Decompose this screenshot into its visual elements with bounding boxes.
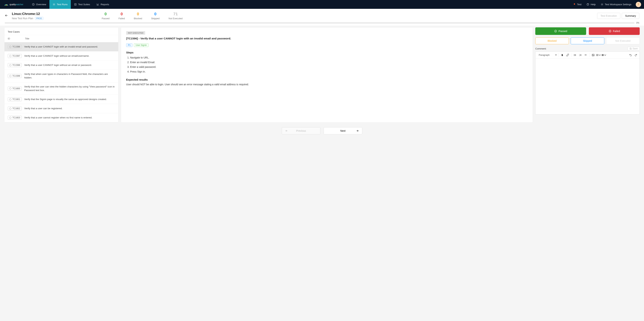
previous-button: Previous [282,127,320,134]
test-case-detail: NOT EXECUTED [TC1596] - Verify that a us… [121,27,533,122]
gear-icon [601,3,604,6]
column-title: Title [25,37,29,40]
undo-icon [629,54,632,57]
save-icon [630,48,632,50]
bold-icon [561,54,564,57]
test-case-id-badge: TC1601 [8,97,22,101]
chart-icon [96,3,99,6]
failed-button[interactable]: Failed [589,27,640,35]
media-button[interactable] [596,53,601,58]
paragraph-select[interactable]: Paragraph [536,52,558,58]
logo-icon [4,3,8,6]
x-circle-icon [608,30,612,33]
skipped-button[interactable]: Skipped [571,37,604,44]
nav-help[interactable]: Help [584,0,598,9]
stat-skipped: 0Skipped [151,12,160,20]
chevron-down-icon [604,54,606,57]
test-cases-heading: Test Cases [4,28,118,35]
quote-button[interactable] [583,53,588,58]
environment-tag: PROD [35,17,43,20]
back-button[interactable] [5,14,12,18]
bullet-list-icon [574,54,576,57]
redo-button[interactable] [634,53,638,58]
status-circle-icon [9,117,11,119]
expected-text: User should NOT be able to login. User s… [126,83,528,87]
check-circle-icon [554,30,557,33]
test-case-row[interactable]: TC1596Verify that a user CANNOT login wi… [4,42,118,52]
svg-point-6 [602,4,602,5]
comment-editor: Paragraph 123 [535,52,640,114]
status-circle-icon [9,108,11,110]
test-execution-button[interactable]: Test Execution [597,13,620,19]
test-case-row-title: Verify that the Signin page is visually … [24,97,115,101]
svg-point-9 [574,54,574,55]
link-icon [566,54,569,57]
test-case-id-badge: TC1602 [8,106,22,110]
svg-text:3: 3 [579,55,580,56]
quote-icon [584,54,587,57]
nav-workspace-settings[interactable]: Test Workspace Settings [598,0,634,9]
status-circle-icon [9,75,11,77]
test-case-row[interactable]: TC1599Verify that when user types in cha… [4,70,118,82]
test-case-id-badge: TC1596 [8,45,22,49]
nav-reports[interactable]: Reports [93,0,112,9]
help-icon [586,3,589,6]
test-case-row-title: Verify that a user can be registered. [24,107,115,110]
comment-label: Comment: [535,47,546,50]
user-avatar[interactable]: T [636,2,641,7]
blocked-button[interactable]: Blocked [535,37,569,44]
dashboard-icon [32,3,35,6]
test-case-id-badge: TC1598 [8,63,22,67]
top-navigation: qualitywatcher Overview Test Runs Test S… [0,0,644,9]
status-circle-icon [9,64,11,66]
svg-point-1 [6,5,7,6]
test-cases-panel: Test Cases ID Title TC1596Verify that a … [4,27,118,122]
test-case-row[interactable]: TC1603Verify that a user cannot register… [4,113,118,122]
status-circle-icon [9,55,11,57]
gear-icon [53,3,55,6]
image-button[interactable] [591,53,596,58]
test-case-row[interactable]: TC1600Verify that the user can view the … [4,82,118,95]
test-case-row[interactable]: TC1598Verify that a user CANNOT login wi… [4,61,118,70]
test-case-row-title: Verify that a user CANNOT login without … [24,54,115,58]
suites-icon [74,3,77,6]
editor-textarea[interactable] [536,59,640,114]
link-button[interactable] [565,53,570,58]
image-icon [592,54,594,57]
nav-test-suites[interactable]: Test Suites [71,0,93,9]
test-case-id-badge: TC1597 [8,54,22,58]
svg-rect-4 [74,4,76,6]
steps-heading: Steps [126,51,528,54]
not-executed-button: Not Executed [606,37,640,44]
redo-icon [634,54,637,57]
svg-point-10 [574,55,574,55]
nav-test-runs[interactable]: Test Runs [50,0,71,9]
next-button[interactable]: Next [324,127,362,134]
arrow-right-icon [356,129,359,132]
test-case-row[interactable]: TC1597Verify that a user CANNOT login wi… [4,52,118,61]
svg-point-22 [592,55,593,55]
page-header: Linux:Chrome:12 New Test Run Plan PROD 0… [0,9,644,22]
nav-overview[interactable]: Overview [29,0,50,9]
summary-button[interactable]: Summary [622,13,639,19]
arrow-left-icon [5,14,8,17]
brand-logo[interactable]: qualitywatcher [4,3,23,6]
status-badge: NOT EXECUTED [126,31,145,35]
bold-button[interactable] [560,53,565,58]
execution-panel: Passed Failed Blocked Skipped Not Execut… [535,27,640,122]
fire-icon [573,3,576,6]
table-button[interactable] [602,53,606,58]
test-case-row[interactable]: TC1602Verify that a user can be register… [4,104,118,113]
numbered-list-icon: 123 [579,54,582,57]
arrow-left-icon [285,129,288,132]
progress-percent: 0% [636,22,639,24]
undo-button[interactable] [628,53,633,58]
test-case-id-badge: TC1603 [8,116,22,120]
passed-button[interactable]: Passed [535,27,586,35]
nav-workspace-test[interactable]: Test [570,0,584,9]
test-case-row[interactable]: TC1601Verify that the Signin page is vis… [4,95,118,104]
numbered-list-button[interactable]: 123 [578,53,583,58]
bullet-list-button[interactable] [572,53,578,58]
case-title: [TC1596] - Verify that a user CANNOT log… [126,37,528,41]
svg-rect-24 [602,54,604,56]
